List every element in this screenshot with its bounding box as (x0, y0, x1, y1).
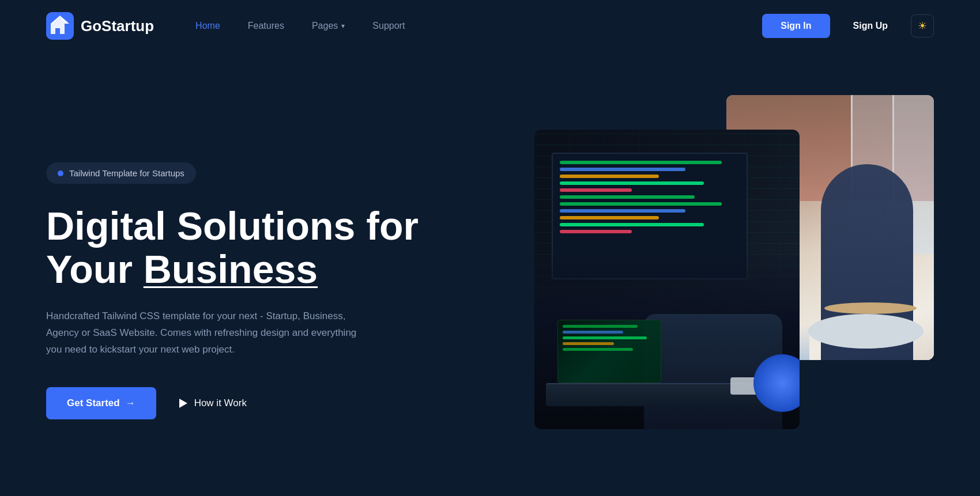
navbar-nav: Home Features Pages ▾ Support (161, 21, 405, 31)
sun-icon: ☀ (918, 20, 927, 32)
badge-dot (58, 171, 63, 176)
code-line-6 (560, 195, 695, 199)
get-started-button[interactable]: Get Started → (46, 387, 156, 419)
hero-content: Tailwind Template for Startups Digital S… (46, 162, 534, 419)
play-icon (179, 399, 187, 408)
hero-title: Digital Solutions for Your Business (46, 205, 500, 291)
hero-images (534, 95, 934, 487)
nav-home[interactable]: Home (195, 21, 220, 31)
arrow-icon: → (126, 397, 135, 409)
code-line-2 (560, 168, 685, 171)
navbar-actions: Sign In Sign Up ☀ (762, 14, 934, 38)
code-line-7 (560, 202, 722, 206)
code-line-3 (560, 175, 659, 178)
theme-toggle-button[interactable]: ☀ (911, 14, 934, 37)
code-line-8 (560, 209, 685, 213)
hero-title-underline: Business (144, 247, 318, 291)
code-line-10 (560, 223, 704, 226)
nav-pages[interactable]: Pages ▾ (312, 21, 345, 31)
code-line-4 (560, 181, 704, 185)
code-line-1 (560, 161, 722, 164)
code-line-9 (560, 216, 659, 219)
coding-image (534, 130, 800, 429)
hero-description: Handcrafted Tailwind CSS template for yo… (46, 308, 369, 358)
hero-section: Tailwind Template for Startups Digital S… (0, 52, 980, 495)
hero-badge: Tailwind Template for Startups (46, 162, 196, 184)
badge-text: Tailwind Template for Startups (69, 168, 184, 178)
code-line-5 (560, 188, 632, 192)
hero-actions: Get Started → How it Work (46, 387, 500, 419)
navbar-brand: GoStartup Home Features Pages ▾ Support (46, 12, 405, 40)
nav-support[interactable]: Support (372, 21, 405, 31)
office-table (824, 302, 917, 314)
nav-links: Home Features Pages ▾ Support (195, 21, 405, 31)
navbar: GoStartup Home Features Pages ▾ Support … (0, 0, 980, 52)
code-line-11 (560, 230, 632, 233)
nav-features[interactable]: Features (248, 21, 284, 31)
logo-icon (46, 12, 74, 40)
chevron-down-icon: ▾ (341, 22, 345, 30)
sign-in-button[interactable]: Sign In (762, 14, 830, 38)
monitor-content (553, 154, 747, 244)
sign-up-button[interactable]: Sign Up (839, 14, 902, 38)
how-it-works-button[interactable]: How it Work (179, 397, 247, 409)
brand-name: GoStartup (81, 17, 154, 35)
